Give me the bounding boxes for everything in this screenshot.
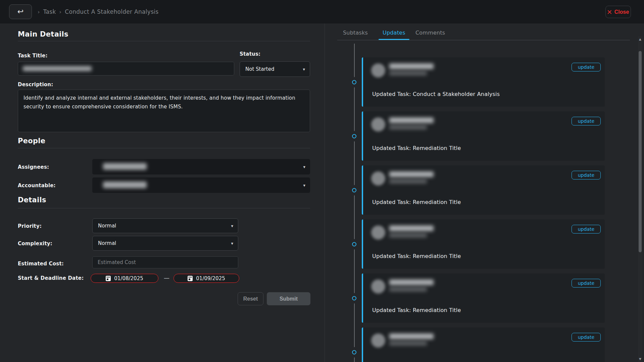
update-row: update Updated Task: Remediation Title [362, 165, 605, 215]
assignees-select[interactable]: ▾ [92, 159, 310, 174]
task-title-input[interactable] [18, 62, 234, 75]
update-card: update [362, 327, 605, 362]
start-deadline-label: Start & Deadline Date: [18, 275, 84, 281]
redacted-timestamp [389, 179, 427, 184]
redacted-timestamp [389, 71, 427, 75]
update-button[interactable]: update [572, 63, 601, 71]
timeline-dot-icon [352, 350, 356, 354]
complexity-select[interactable]: Normal ▾ [92, 236, 238, 251]
calendar-icon [188, 276, 193, 281]
redacted-user-name [389, 117, 434, 123]
update-row: update Updated Task: Conduct a Stakehold… [362, 57, 605, 107]
section-heading-main-details: Main Details [18, 30, 68, 38]
breadcrumb-separator-icon: › [38, 9, 40, 15]
update-message: Updated Task: Conduct a Stakeholder Anal… [372, 91, 500, 97]
chevron-down-icon: ▾ [303, 183, 305, 188]
redacted-assignee-name [103, 163, 147, 170]
timeline-line [354, 44, 355, 362]
avatar [371, 333, 385, 348]
description-textarea[interactable]: Identify and analyze internal and extern… [18, 90, 310, 132]
chevron-down-icon: ▾ [231, 241, 233, 246]
scroll-up-icon[interactable]: ▲ [638, 37, 642, 42]
update-button[interactable]: update [572, 333, 601, 342]
update-card: update Updated Task: Conduct a Stakehold… [362, 57, 605, 107]
redacted-timestamp [389, 287, 427, 292]
breadcrumb-separator-icon: › [59, 9, 62, 15]
update-button[interactable]: update [572, 225, 601, 234]
chevron-down-icon: ▾ [303, 164, 305, 169]
scrollbar-thumb[interactable] [639, 51, 642, 252]
avatar [371, 117, 385, 132]
scroll-down-icon[interactable]: ▼ [638, 357, 642, 361]
complexity-value: Normal [98, 240, 116, 246]
redacted-user-name [389, 225, 434, 231]
section-divider [18, 148, 310, 148]
start-date-input[interactable]: 01/08/2025 [91, 274, 158, 283]
tab-comments[interactable]: Comments [415, 30, 445, 36]
task-title-label: Task Title: [18, 53, 48, 59]
breadcrumb-item-task-name: Conduct A Stakeholder Analysis [65, 8, 158, 15]
complexity-label: Complexity: [18, 241, 52, 247]
timeline-dot-icon [352, 134, 356, 138]
accountable-select[interactable]: ▾ [92, 177, 310, 193]
section-heading-details: Details [18, 196, 46, 204]
estimated-cost-input[interactable]: Estimated Cost [92, 256, 238, 268]
avatar [371, 279, 385, 294]
close-label: Close [614, 9, 629, 15]
breadcrumb: › Task › Conduct A Stakeholder Analysis [38, 0, 159, 23]
back-arrow-icon: ↩ [17, 7, 23, 16]
update-row: update Updated Task: Remediation Title [362, 219, 605, 269]
reset-button[interactable]: Reset [238, 292, 263, 305]
priority-value: Normal [98, 223, 116, 229]
back-button[interactable]: ↩ [9, 4, 32, 19]
section-divider [18, 41, 310, 41]
update-button[interactable]: update [572, 279, 601, 288]
close-icon [607, 10, 612, 14]
deadline-date-value: 01/09/2025 [196, 275, 225, 281]
update-button[interactable]: update [572, 171, 601, 179]
scrollbar: ▲ ▼ [638, 36, 642, 362]
update-row: update Updated Task: Remediation Title [362, 273, 605, 323]
close-button[interactable]: Close [605, 6, 631, 18]
submit-button[interactable]: Submit [267, 292, 310, 305]
breadcrumb-item-task[interactable]: Task [43, 8, 56, 15]
update-message: Updated Task: Remediation Title [372, 199, 461, 205]
task-detail-window: ↩ › Task › Conduct A Stakeholder Analysi… [0, 0, 644, 362]
avatar [371, 225, 385, 240]
priority-label: Priority: [18, 223, 42, 229]
timeline-dot-icon [352, 242, 356, 246]
assignees-label: Assignees: [18, 164, 49, 170]
redacted-timestamp [389, 125, 427, 130]
tab-subtasks[interactable]: Subtasks [343, 30, 368, 36]
estimated-cost-placeholder: Estimated Cost [98, 259, 136, 265]
tabs-divider [337, 40, 630, 40]
deadline-date-input[interactable]: 01/09/2025 [174, 274, 239, 283]
update-message: Updated Task: Remediation Title [372, 145, 461, 151]
panel-divider [325, 23, 325, 362]
update-message: Updated Task: Remediation Title [372, 253, 461, 259]
chevron-down-icon: ▾ [303, 67, 305, 72]
chevron-down-icon: ▾ [231, 223, 233, 228]
date-range-dash: — [164, 274, 169, 281]
redacted-user-name [389, 171, 434, 177]
tab-updates[interactable]: Updates [383, 30, 405, 36]
top-bar: ↩ › Task › Conduct A Stakeholder Analysi… [0, 0, 644, 23]
status-select[interactable]: Not Started ▾ [240, 61, 310, 77]
redacted-timestamp [389, 341, 427, 346]
redacted-task-title [23, 66, 92, 71]
update-card: update Updated Task: Remediation Title [362, 111, 605, 161]
avatar [371, 171, 385, 186]
update-button[interactable]: update [572, 117, 601, 125]
update-card: update Updated Task: Remediation Title [362, 165, 605, 215]
calendar-icon [106, 276, 111, 281]
redacted-accountable-name [103, 182, 147, 188]
section-divider [18, 208, 310, 208]
update-card: update Updated Task: Remediation Title [362, 219, 605, 269]
redacted-user-name [389, 63, 434, 69]
description-label: Description: [18, 82, 53, 88]
redacted-user-name [389, 333, 434, 339]
accountable-label: Accountable: [18, 183, 56, 189]
priority-select[interactable]: Normal ▾ [92, 218, 238, 233]
status-label: Status: [240, 51, 260, 57]
timeline-dot-icon [352, 80, 356, 84]
